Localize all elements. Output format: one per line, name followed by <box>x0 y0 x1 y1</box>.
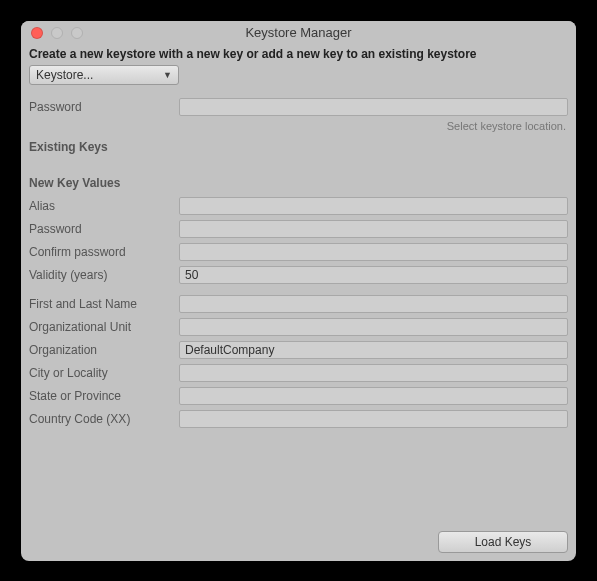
orgunit-input[interactable] <box>179 318 568 336</box>
password-hint: Select keystore location. <box>29 118 568 132</box>
zoom-icon[interactable] <box>71 27 83 39</box>
name-label: First and Last Name <box>29 297 179 311</box>
keystore-dropdown[interactable]: Keystore... ▼ <box>29 65 179 85</box>
newkey-password-input[interactable] <box>179 220 568 238</box>
country-label: Country Code (XX) <box>29 412 179 426</box>
state-label: State or Province <box>29 389 179 403</box>
keystore-dropdown-label: Keystore... <box>36 68 93 82</box>
load-keys-button[interactable]: Load Keys <box>438 531 568 553</box>
country-input[interactable] <box>179 410 568 428</box>
validity-label: Validity (years) <box>29 268 179 282</box>
close-icon[interactable] <box>31 27 43 39</box>
existing-keys-heading: Existing Keys <box>29 140 568 154</box>
load-keys-label: Load Keys <box>475 535 532 549</box>
new-key-values-heading: New Key Values <box>29 176 568 190</box>
content: Create a new keystore with a new key or … <box>21 45 576 561</box>
password-input[interactable] <box>179 98 568 116</box>
alias-label: Alias <box>29 199 179 213</box>
city-label: City or Locality <box>29 366 179 380</box>
confirm-password-input[interactable] <box>179 243 568 261</box>
titlebar: Keystore Manager <box>21 21 576 45</box>
org-label: Organization <box>29 343 179 357</box>
org-input[interactable] <box>179 341 568 359</box>
name-input[interactable] <box>179 295 568 313</box>
confirm-password-label: Confirm password <box>29 245 179 259</box>
alias-input[interactable] <box>179 197 568 215</box>
city-input[interactable] <box>179 364 568 382</box>
newkey-password-label: Password <box>29 222 179 236</box>
orgunit-label: Organizational Unit <box>29 320 179 334</box>
minimize-icon[interactable] <box>51 27 63 39</box>
footer: Load Keys <box>29 521 568 553</box>
chevron-down-icon: ▼ <box>163 70 172 80</box>
validity-input[interactable] <box>179 266 568 284</box>
password-label: Password <box>29 100 179 114</box>
window-controls <box>31 27 83 39</box>
keystore-manager-window: Keystore Manager Create a new keystore w… <box>21 21 576 561</box>
instruction-text: Create a new keystore with a new key or … <box>29 45 568 65</box>
state-input[interactable] <box>179 387 568 405</box>
window-title: Keystore Manager <box>21 25 576 40</box>
password-row: Password <box>29 96 568 118</box>
